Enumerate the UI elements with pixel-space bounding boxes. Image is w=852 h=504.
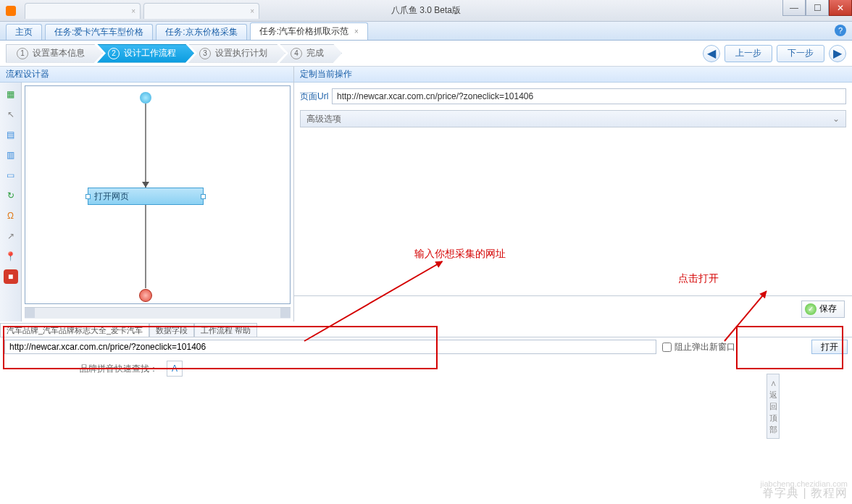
flow-start-node[interactable] [140, 92, 151, 104]
tool-cursor-icon[interactable]: ↗ [4, 229, 18, 243]
close-button[interactable]: ✕ [829, 0, 852, 16]
window-controls: — ☐ ✕ [782, 0, 852, 16]
help-icon[interactable]: ? [835, 25, 846, 36]
step-complete[interactable]: 4完成 [280, 44, 342, 63]
tool-add-icon[interactable]: ▦ [4, 87, 18, 101]
next-arrow-icon[interactable]: ▶ [829, 45, 846, 62]
horizontal-scrollbar[interactable] [25, 307, 291, 319]
tab-task[interactable]: 任务:京东价格采集 [156, 24, 246, 40]
flow-designer-panel: 流程设计器 ▦ ↖ ▤ ▥ ▭ ↻ Ω ↗ 📍 ■ 打开网页 [0, 67, 294, 322]
close-icon[interactable]: × [250, 7, 254, 15]
url-label: 页面Url [300, 91, 332, 103]
prev-button[interactable]: 上一步 [724, 45, 772, 62]
alpha-label: 品牌拼音快速查找： [80, 363, 158, 375]
designer-toolstrip: ▦ ↖ ▤ ▥ ▭ ↻ Ω ↗ 📍 ■ [0, 83, 22, 322]
lower-tab-workflow-help[interactable]: 工作流程 帮助 [194, 323, 257, 337]
task-tab-strip: 主页 任务:爱卡汽车车型价格 任务:京东价格采集 任务:汽车价格抓取示范× ? [0, 22, 852, 41]
tool-pin-icon[interactable]: 📍 [4, 249, 18, 264]
tab-task-active[interactable]: 任务:汽车价格抓取示范× [250, 22, 368, 40]
block-popup-checkbox[interactable]: 阻止弹出新窗口 [662, 341, 735, 353]
tool-stop-icon[interactable]: ■ [4, 269, 18, 284]
lower-tab-browser[interactable]: 汽车品牌_汽车品牌标志大全_爱卡汽车 [0, 323, 149, 337]
brand-browse-area: 品牌拼音快速查找： A [80, 361, 772, 384]
block-popup-input[interactable] [662, 343, 672, 352]
minimize-button[interactable]: — [782, 0, 806, 16]
browser-url-input[interactable] [4, 340, 656, 354]
watermark-url: jiabcheng.chezidian.com [761, 479, 848, 488]
save-button[interactable]: ✓ 保存 [801, 301, 845, 318]
tool-row-icon[interactable]: ▭ [4, 168, 18, 182]
page-url-input[interactable] [332, 88, 846, 104]
browser-tab[interactable]: × [25, 3, 141, 19]
flow-node-open-page[interactable]: 打开网页 [88, 188, 204, 205]
alpha-A[interactable]: A [167, 361, 183, 377]
operation-panel: 定制当前操作 页面Url 高级选项 ⌄ ✓ 保存 [294, 67, 852, 322]
step-execution-plan[interactable]: 3设置执行计划 [188, 44, 285, 63]
lower-tab-strip: 汽车品牌_汽车品牌标志大全_爱卡汽车 数据字段 工作流程 帮助 [0, 323, 852, 337]
tool-pointer-icon[interactable]: ↖ [4, 107, 18, 122]
maximize-button[interactable]: ☐ [806, 0, 829, 16]
watermark: 脊字典 | 教程网 [762, 486, 848, 501]
browser-tab-strip: × × [25, 3, 259, 19]
window-title: 八爪鱼 3.0 Beta版 [391, 4, 461, 17]
check-icon: ✓ [805, 303, 816, 315]
tool-refresh-icon[interactable]: ↻ [4, 188, 18, 203]
next-button[interactable]: 下一步 [777, 45, 824, 62]
flow-arrow-icon [142, 182, 149, 188]
back-to-top[interactable]: ∧ 返 回 顶 部 [767, 374, 780, 439]
tab-task[interactable]: 任务:爱卡汽车车型价格 [45, 24, 153, 40]
operation-panel-title: 定制当前操作 [294, 67, 852, 83]
close-icon[interactable]: × [131, 7, 135, 15]
tab-home[interactable]: 主页 [6, 24, 42, 40]
work-area: 流程设计器 ▦ ↖ ▤ ▥ ▭ ↻ Ω ↗ 📍 ■ 打开网页 [0, 67, 852, 322]
flow-canvas[interactable]: 打开网页 [25, 85, 291, 304]
prev-arrow-icon[interactable]: ◀ [703, 45, 720, 62]
open-button[interactable]: 打开 [811, 340, 848, 354]
lower-tab-datafields[interactable]: 数据字段 [149, 323, 194, 337]
step-basic-info[interactable]: 1设置基本信息 [6, 44, 103, 63]
tool-branch-icon[interactable]: Ω [4, 209, 18, 223]
alpha-filter-row: 品牌拼音快速查找： A [80, 361, 772, 377]
flow-end-node[interactable] [139, 289, 152, 302]
wizard-step-row: 1设置基本信息 2设计工作流程 3设置执行计划 4完成 ◀ 上一步 下一步 ▶ [0, 41, 852, 67]
annotation-text: 点击打开 [678, 272, 719, 285]
window-titlebar: × × 八爪鱼 3.0 Beta版 — ☐ ✕ [0, 0, 852, 22]
tool-table-icon[interactable]: ▥ [4, 148, 18, 162]
browser-tab[interactable]: × [143, 3, 259, 19]
flow-designer-title: 流程设计器 [0, 67, 293, 83]
close-icon[interactable]: × [354, 28, 359, 35]
annotation-text: 输入你想采集的网址 [414, 248, 506, 261]
chevron-down-icon: ⌄ [832, 114, 840, 124]
app-icon [6, 6, 16, 16]
step-design-workflow[interactable]: 2设计工作流程 [97, 44, 194, 63]
advanced-options-toggle[interactable]: 高级选项 ⌄ [300, 110, 846, 127]
tool-grid-icon[interactable]: ▤ [4, 127, 18, 142]
